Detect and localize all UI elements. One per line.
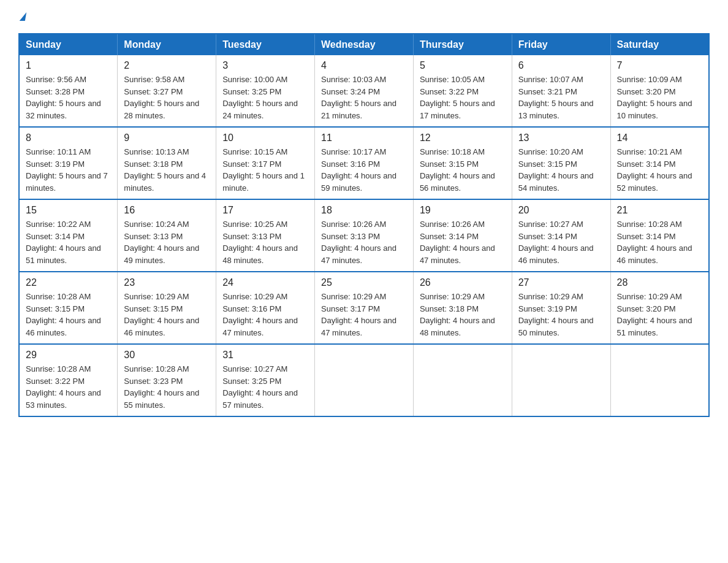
- day-number: 23: [124, 277, 210, 288]
- week-row-5: 29 Sunrise: 10:28 AM Sunset: 3:22 PM Day…: [19, 344, 709, 416]
- day-number: 25: [321, 277, 407, 288]
- day-info: Sunrise: 10:24 AM Sunset: 3:13 PM Daylig…: [124, 218, 210, 266]
- calendar-cell: 5 Sunrise: 10:05 AM Sunset: 3:22 PM Dayl…: [413, 55, 512, 127]
- calendar-cell: 13 Sunrise: 10:20 AM Sunset: 3:15 PM Day…: [512, 127, 610, 199]
- calendar-cell: 31 Sunrise: 10:27 AM Sunset: 3:25 PM Day…: [216, 344, 315, 416]
- day-info: Sunrise: 10:28 AM Sunset: 3:14 PM Daylig…: [617, 218, 702, 266]
- day-number: 24: [222, 277, 308, 288]
- day-header-monday: Monday: [118, 34, 216, 55]
- day-number: 16: [124, 205, 210, 216]
- calendar-cell: [610, 344, 709, 416]
- day-number: 14: [617, 132, 702, 144]
- day-number: 1: [26, 60, 111, 71]
- day-info: Sunrise: 10:07 AM Sunset: 3:21 PM Daylig…: [518, 74, 604, 121]
- calendar-cell: 28 Sunrise: 10:29 AM Sunset: 3:20 PM Day…: [610, 272, 709, 344]
- week-row-1: 1 Sunrise: 9:56 AM Sunset: 3:28 PM Dayli…: [19, 55, 709, 127]
- calendar-cell: 23 Sunrise: 10:29 AM Sunset: 3:15 PM Day…: [118, 272, 216, 344]
- day-header-sunday: Sunday: [19, 34, 118, 55]
- week-row-2: 8 Sunrise: 10:11 AM Sunset: 3:19 PM Dayl…: [19, 127, 709, 199]
- day-info: Sunrise: 10:28 AM Sunset: 3:15 PM Daylig…: [26, 291, 111, 339]
- calendar-cell: 21 Sunrise: 10:28 AM Sunset: 3:14 PM Day…: [610, 199, 709, 272]
- day-info: Sunrise: 10:13 AM Sunset: 3:18 PM Daylig…: [124, 146, 210, 194]
- day-number: 10: [222, 132, 308, 144]
- calendar-cell: 20 Sunrise: 10:27 AM Sunset: 3:14 PM Day…: [512, 199, 610, 272]
- page-header: [18, 12, 710, 21]
- calendar-cell: 4 Sunrise: 10:03 AM Sunset: 3:24 PM Dayl…: [315, 55, 414, 127]
- calendar-cell: 24 Sunrise: 10:29 AM Sunset: 3:16 PM Day…: [216, 272, 315, 344]
- day-number: 26: [420, 277, 506, 288]
- day-number: 29: [26, 350, 111, 361]
- calendar-cell: 29 Sunrise: 10:28 AM Sunset: 3:22 PM Day…: [19, 344, 118, 416]
- day-info: Sunrise: 10:05 AM Sunset: 3:22 PM Daylig…: [420, 74, 506, 121]
- calendar-cell: [315, 344, 414, 416]
- day-header-thursday: Thursday: [413, 34, 512, 55]
- day-number: 12: [420, 132, 506, 144]
- calendar-cell: 14 Sunrise: 10:21 AM Sunset: 3:14 PM Day…: [610, 127, 709, 199]
- calendar-cell: 1 Sunrise: 9:56 AM Sunset: 3:28 PM Dayli…: [19, 55, 118, 127]
- day-number: 4: [321, 60, 407, 71]
- day-info: Sunrise: 10:03 AM Sunset: 3:24 PM Daylig…: [321, 74, 407, 121]
- day-number: 3: [222, 60, 308, 71]
- calendar-cell: 19 Sunrise: 10:26 AM Sunset: 3:14 PM Day…: [413, 199, 512, 272]
- day-info: Sunrise: 10:29 AM Sunset: 3:19 PM Daylig…: [518, 291, 604, 339]
- calendar-cell: 17 Sunrise: 10:25 AM Sunset: 3:13 PM Day…: [216, 199, 315, 272]
- day-info: Sunrise: 10:26 AM Sunset: 3:14 PM Daylig…: [420, 218, 506, 266]
- calendar-cell: [512, 344, 610, 416]
- day-number: 5: [420, 60, 506, 71]
- day-number: 31: [222, 350, 308, 361]
- day-info: Sunrise: 10:29 AM Sunset: 3:16 PM Daylig…: [222, 291, 308, 339]
- calendar-cell: 11 Sunrise: 10:17 AM Sunset: 3:16 PM Day…: [315, 127, 414, 199]
- day-number: 21: [617, 205, 702, 216]
- day-info: Sunrise: 10:29 AM Sunset: 3:15 PM Daylig…: [124, 291, 210, 339]
- day-number: 2: [124, 60, 210, 71]
- calendar-cell: [413, 344, 512, 416]
- day-info: Sunrise: 10:22 AM Sunset: 3:14 PM Daylig…: [26, 218, 111, 266]
- day-info: Sunrise: 10:15 AM Sunset: 3:17 PM Daylig…: [222, 146, 308, 194]
- day-number: 22: [26, 277, 111, 288]
- day-info: Sunrise: 10:11 AM Sunset: 3:19 PM Daylig…: [26, 146, 111, 194]
- calendar-cell: 26 Sunrise: 10:29 AM Sunset: 3:18 PM Day…: [413, 272, 512, 344]
- day-header-wednesday: Wednesday: [315, 34, 414, 55]
- calendar-cell: 18 Sunrise: 10:26 AM Sunset: 3:13 PM Day…: [315, 199, 414, 272]
- calendar-cell: 8 Sunrise: 10:11 AM Sunset: 3:19 PM Dayl…: [19, 127, 118, 199]
- day-info: Sunrise: 10:29 AM Sunset: 3:18 PM Daylig…: [420, 291, 506, 339]
- day-number: 20: [518, 205, 604, 216]
- day-number: 7: [617, 60, 702, 71]
- calendar-table: SundayMondayTuesdayWednesdayThursdayFrid…: [18, 33, 710, 417]
- calendar-header-row: SundayMondayTuesdayWednesdayThursdayFrid…: [19, 34, 709, 55]
- day-info: Sunrise: 10:27 AM Sunset: 3:14 PM Daylig…: [518, 218, 604, 266]
- day-info: Sunrise: 10:25 AM Sunset: 3:13 PM Daylig…: [222, 218, 308, 266]
- day-number: 11: [321, 132, 407, 144]
- day-info: Sunrise: 10:18 AM Sunset: 3:15 PM Daylig…: [420, 146, 506, 194]
- day-number: 27: [518, 277, 604, 288]
- day-info: Sunrise: 10:21 AM Sunset: 3:14 PM Daylig…: [617, 146, 702, 194]
- week-row-3: 15 Sunrise: 10:22 AM Sunset: 3:14 PM Day…: [19, 199, 709, 272]
- day-number: 30: [124, 350, 210, 361]
- day-number: 18: [321, 205, 407, 216]
- day-number: 19: [420, 205, 506, 216]
- calendar-cell: 9 Sunrise: 10:13 AM Sunset: 3:18 PM Dayl…: [118, 127, 216, 199]
- day-info: Sunrise: 10:29 AM Sunset: 3:20 PM Daylig…: [617, 291, 702, 339]
- calendar-cell: 6 Sunrise: 10:07 AM Sunset: 3:21 PM Dayl…: [512, 55, 610, 127]
- calendar-cell: 2 Sunrise: 9:58 AM Sunset: 3:27 PM Dayli…: [118, 55, 216, 127]
- day-info: Sunrise: 9:56 AM Sunset: 3:28 PM Dayligh…: [26, 74, 111, 121]
- calendar-cell: 16 Sunrise: 10:24 AM Sunset: 3:13 PM Day…: [118, 199, 216, 272]
- day-number: 8: [26, 132, 111, 144]
- logo: [18, 12, 26, 21]
- day-info: Sunrise: 10:28 AM Sunset: 3:23 PM Daylig…: [124, 363, 210, 411]
- calendar-cell: 12 Sunrise: 10:18 AM Sunset: 3:15 PM Day…: [413, 127, 512, 199]
- day-info: Sunrise: 10:26 AM Sunset: 3:13 PM Daylig…: [321, 218, 407, 266]
- day-number: 17: [222, 205, 308, 216]
- calendar-cell: 30 Sunrise: 10:28 AM Sunset: 3:23 PM Day…: [118, 344, 216, 416]
- day-info: Sunrise: 10:28 AM Sunset: 3:22 PM Daylig…: [26, 363, 111, 411]
- day-info: Sunrise: 9:58 AM Sunset: 3:27 PM Dayligh…: [124, 74, 210, 121]
- calendar-cell: 10 Sunrise: 10:15 AM Sunset: 3:17 PM Day…: [216, 127, 315, 199]
- calendar-cell: 15 Sunrise: 10:22 AM Sunset: 3:14 PM Day…: [19, 199, 118, 272]
- day-info: Sunrise: 10:20 AM Sunset: 3:15 PM Daylig…: [518, 146, 604, 194]
- day-info: Sunrise: 10:09 AM Sunset: 3:20 PM Daylig…: [617, 74, 702, 121]
- day-number: 28: [617, 277, 702, 288]
- day-number: 6: [518, 60, 604, 71]
- day-number: 15: [26, 205, 111, 216]
- day-info: Sunrise: 10:00 AM Sunset: 3:25 PM Daylig…: [222, 74, 308, 121]
- calendar-cell: 25 Sunrise: 10:29 AM Sunset: 3:17 PM Day…: [315, 272, 414, 344]
